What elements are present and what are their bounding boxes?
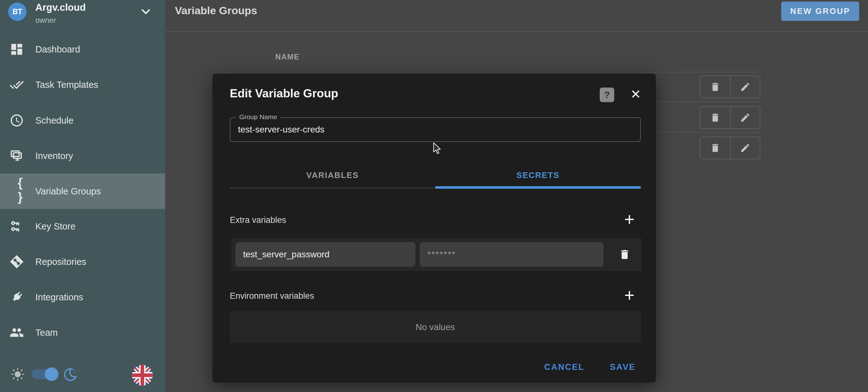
edit-button[interactable] <box>730 76 760 98</box>
variable-value-input[interactable]: ******* <box>420 242 603 267</box>
workspace-role: owner <box>35 16 56 25</box>
sidebar-item-label: Task Templates <box>35 80 98 90</box>
clock-icon <box>9 113 24 128</box>
save-button[interactable]: SAVE <box>604 359 642 375</box>
moon-icon <box>62 366 78 383</box>
sidebar-item-task-templates[interactable]: Task Templates <box>0 67 165 103</box>
no-values-text: No values <box>416 322 455 332</box>
cancel-button[interactable]: CANCEL <box>541 359 588 375</box>
table-column-name: NAME <box>275 53 300 61</box>
table-row-actions <box>700 137 761 159</box>
uk-flag-icon[interactable] <box>132 365 153 386</box>
modal-actions: CANCEL SAVE <box>212 359 642 375</box>
sidebar-item-repositories[interactable]: Repositories <box>0 244 165 279</box>
new-group-button[interactable]: NEW GROUP <box>781 2 859 21</box>
close-icon[interactable]: ✕ <box>628 86 644 102</box>
table-row-divider <box>221 72 761 73</box>
edit-variable-group-modal: Edit Variable Group ? ✕ Group Name test-… <box>212 74 656 383</box>
sidebar-item-key-store[interactable]: Key Store <box>0 208 165 244</box>
add-extra-variable-button[interactable]: + <box>621 211 638 228</box>
modal-title: Edit Variable Group <box>230 87 338 100</box>
header-divider <box>165 31 868 32</box>
sidebar-item-label: Team <box>35 328 58 338</box>
sidebar-item-team[interactable]: Team <box>0 315 165 350</box>
theme-toggle[interactable] <box>32 369 57 379</box>
dashboard-icon <box>9 42 24 57</box>
sidebar-item-label: Schedule <box>35 115 73 126</box>
double-check-icon <box>9 78 24 92</box>
edit-button[interactable] <box>730 137 760 159</box>
plug-icon <box>9 290 24 304</box>
sidebar-item-label: Inventory <box>35 151 73 161</box>
modal-tabs: VARIABLES SECRETS <box>230 164 641 187</box>
mouse-cursor <box>432 142 443 155</box>
trash-icon <box>710 82 721 92</box>
active-tab-indicator <box>435 186 641 189</box>
sidebar-item-dashboard[interactable]: Dashboard <box>0 32 165 67</box>
add-environment-variable-button[interactable]: + <box>621 287 638 304</box>
chevron-down-icon[interactable] <box>139 4 153 18</box>
plus-icon: + <box>624 286 635 304</box>
workspace-name: Argv.cloud <box>35 2 86 13</box>
sidebar-item-integrations[interactable]: Integrations <box>0 279 165 315</box>
table-row-actions <box>700 106 761 129</box>
pencil-icon <box>740 82 751 92</box>
delete-variable-button[interactable] <box>616 246 633 263</box>
environment-variables-empty: No values <box>230 311 641 343</box>
keys-icon <box>9 219 24 234</box>
extra-variables-label: Extra variables <box>230 215 286 225</box>
theme-toggle-knob <box>45 367 58 381</box>
delete-button[interactable] <box>701 107 730 128</box>
avatar: BT <box>8 2 27 21</box>
trash-icon <box>710 143 721 153</box>
git-icon <box>9 254 24 269</box>
group-name-field[interactable]: Group Name test-server-user-creds <box>230 117 641 142</box>
tab-secrets[interactable]: SECRETS <box>435 164 641 187</box>
plus-icon: + <box>624 211 635 228</box>
environment-variables-label: Environment variables <box>230 291 314 301</box>
group-name-value: test-server-user-creds <box>238 118 324 141</box>
screen: BT Argv.cloud owner Dashboard Task Templ… <box>0 0 868 392</box>
delete-button[interactable] <box>701 76 730 98</box>
table-row-actions <box>700 76 761 98</box>
delete-button[interactable] <box>701 137 730 159</box>
sidebar: BT Argv.cloud owner Dashboard Task Templ… <box>0 0 165 392</box>
sidebar-item-label: Dashboard <box>35 44 80 55</box>
sun-icon <box>10 367 25 382</box>
variable-name-input[interactable]: test_server_password <box>236 242 415 267</box>
sidebar-item-label: Integrations <box>35 292 83 303</box>
monitor-icon <box>9 148 24 163</box>
help-button[interactable]: ? <box>600 88 614 102</box>
sidebar-item-inventory[interactable]: Inventory <box>0 138 165 173</box>
trash-icon <box>619 249 631 260</box>
workspace-switcher[interactable]: BT Argv.cloud owner <box>0 0 165 32</box>
sidebar-item-label: Key Store <box>35 221 75 232</box>
tab-variables[interactable]: VARIABLES <box>230 164 435 187</box>
pencil-icon <box>740 143 751 153</box>
trash-icon <box>710 112 721 123</box>
braces-icon: { } <box>9 184 24 198</box>
people-icon <box>9 325 24 340</box>
sidebar-item-label: Repositories <box>35 257 86 267</box>
sidebar-item-variable-groups[interactable]: { } Variable Groups <box>0 173 165 209</box>
pencil-icon <box>740 112 751 123</box>
sidebar-item-label: Variable Groups <box>35 186 101 197</box>
sidebar-item-schedule[interactable]: Schedule <box>0 103 165 138</box>
edit-button[interactable] <box>730 107 760 128</box>
secret-variable-row: test_server_password ******* <box>231 238 642 271</box>
page-title: Variable Groups <box>175 4 257 17</box>
